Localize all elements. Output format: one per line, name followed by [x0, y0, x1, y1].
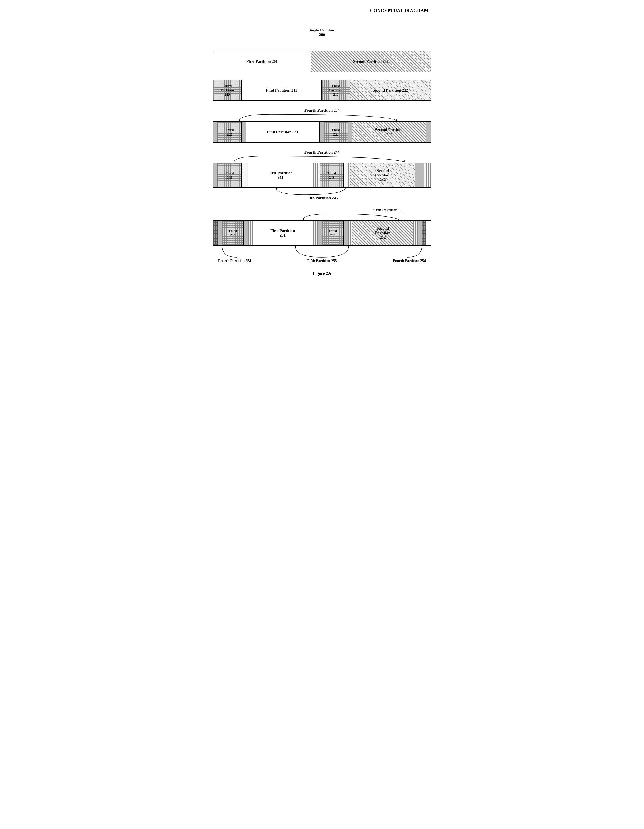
row3-section: ThirdPartition213 First Partition 211 Th… [213, 80, 431, 101]
second-partition-202: Second Partition 202 [311, 51, 431, 72]
second-partition-232: Second Partition232 [352, 122, 426, 142]
page-title: CONCEPTUAL DIAGRAM [213, 8, 431, 14]
row6-labels-below: Fourth Partition 254 Fifth Partition 255… [213, 259, 431, 263]
fifth-partition-245-label: Fifth Partition 245 [306, 196, 338, 200]
row1-section: Single Partition 200 [213, 22, 431, 43]
second-partition-212: Second Partition 212 [350, 80, 431, 100]
fifth-partition-255-label: Fifth Partition 255 [307, 259, 337, 263]
row5-box: Third243 First Partition241 Third243 Sec… [213, 162, 431, 188]
row3-box: ThirdPartition213 First Partition 211 Th… [213, 80, 431, 101]
row6-dark-left-outer [213, 221, 218, 245]
row6-grey-left1 [218, 221, 222, 245]
row5-vert-mid-right [344, 163, 350, 187]
row6-grey-right2 [418, 221, 422, 245]
row6-grey-left2 [244, 221, 248, 245]
third-243-right: Third243 [320, 163, 344, 187]
first-partition-201: First Partition 201 [213, 51, 311, 72]
row4-grey-right-outer [426, 122, 431, 142]
row4-grey-left-inner [242, 122, 246, 142]
row4-section: Fourth Partition 234 Third233 First Part… [213, 108, 431, 143]
row5-section: Fourth Partition 244 Third243 First Part… [213, 150, 431, 200]
single-partition-box: Single Partition 200 [213, 22, 431, 43]
row5-grey-left-outer [213, 163, 218, 187]
row6-dark-right-outer [422, 221, 426, 245]
first-partition-251: First Partition251 [253, 221, 313, 245]
row4-label-area: Fourth Partition 234 [213, 108, 431, 113]
row6-vert-mid-right [348, 221, 352, 245]
row4-box: Third233 First Partition 231 Third233 Se… [213, 121, 431, 143]
third-253-left: Third253 [222, 221, 244, 245]
first-partition-241: First Partition241 [248, 163, 314, 187]
row5-arc-bottom-svg [213, 188, 431, 196]
row6-vert-left [248, 221, 253, 245]
fourth-partition-254-right-label: Fourth Partition 254 [393, 259, 426, 263]
row5-vert-left [242, 163, 248, 187]
row6-grey-right1 [344, 221, 348, 245]
single-partition-label: Single Partition 200 [219, 28, 425, 37]
row2-box: First Partition 201 Second Partition 202 [213, 51, 431, 72]
row5-grey-right-outer [415, 163, 424, 187]
row6-box: Third253 First Partition251 Third253 Sec… [213, 220, 431, 246]
row2-section: First Partition 201 Second Partition 202 [213, 51, 431, 72]
row4-arc-svg [213, 113, 431, 121]
row6-label-above-area: Sixth Partition 256 [213, 208, 431, 213]
row6-arc-bottom-svg [213, 246, 431, 259]
row6-section: Sixth Partition 256 Third253 First Parti… [213, 208, 431, 263]
row5-label-above-area: Fourth Partition 244 [213, 150, 431, 155]
first-partition-231: First Partition 231 [246, 122, 320, 142]
fourth-partition-244-label: Fourth Partition 244 [305, 150, 340, 154]
figure-caption: Figure 2A [213, 271, 431, 276]
row6-vert-mid-left [313, 221, 317, 245]
third-243-left: Third243 [218, 163, 242, 187]
fourth-partition-254-left-label: Fourth Partition 254 [218, 259, 251, 263]
row5-label-below-area: Fifth Partition 245 [213, 196, 431, 200]
row4-grey-mid-right [348, 122, 352, 142]
second-partition-242: SecondPartition242 [350, 163, 415, 187]
second-partition-252: SecondPartition252 [352, 221, 413, 245]
third-233-right: Third233 [324, 122, 348, 142]
row6-vert-right [413, 221, 418, 245]
row4-grey-left-outer [213, 122, 218, 142]
third-partition-213-left: ThirdPartition213 [213, 80, 242, 100]
row5-arc-top-svg [213, 155, 431, 162]
third-253-right: Third253 [322, 221, 344, 245]
fourth-partition-234-label: Fourth Partition 234 [305, 108, 340, 113]
third-partition-213-right: ThirdPartition213 [322, 80, 350, 100]
row6-grey-mid [318, 221, 322, 245]
row6-arc-top-svg [213, 213, 431, 220]
row5-vert-right [424, 163, 430, 187]
row4-grey-mid-left [320, 122, 324, 142]
row5-vert-mid-left [313, 163, 320, 187]
third-233-left: Third233 [218, 122, 242, 142]
first-partition-211: First Partition 211 [242, 80, 322, 100]
sixth-partition-256-label: Sixth Partition 256 [372, 208, 404, 212]
